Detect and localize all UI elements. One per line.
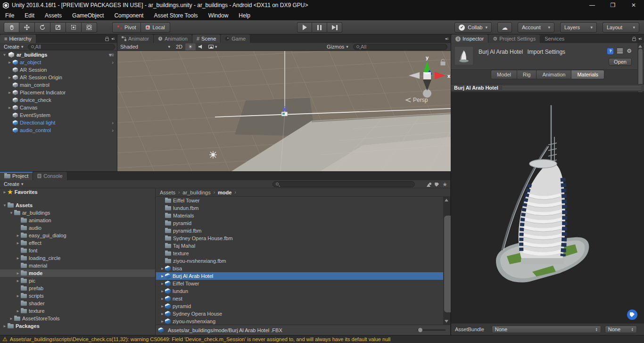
tab-project-settings[interactable]: ⚙ Project Settings [488,34,540,43]
hierarchy-item-directional-light[interactable]: Directional light › [0,119,117,126]
pane-menu-icon[interactable]: ▾≡ [111,37,115,41]
expand-closed-icon[interactable]: ► [160,267,165,271]
expand-closed-icon[interactable]: ► [15,241,21,245]
tree-item-audio[interactable]: audio [0,224,155,232]
hierarchy-item-ar-session[interactable]: AR Session [0,66,117,74]
model-preview[interactable] [451,92,644,323]
tree-item-favorites[interactable]: ► ★ Favorites [0,188,155,196]
expand-closed-icon[interactable]: ► [15,279,21,283]
console-status-bar[interactable]: ⚠ Assets\ar_buildings\scripts\Device_che… [0,335,644,343]
help-icon[interactable]: ? [607,48,613,54]
thumbnail-size-slider[interactable] [417,329,446,331]
2d-toggle-button[interactable]: 2D [173,43,185,50]
prefab-arrow-icon[interactable]: › [112,127,117,133]
file-item-selected[interactable]: ► Burj Al Arab Hotel [156,272,443,280]
project-search-input[interactable] [272,181,415,187]
scroll-down-icon[interactable] [445,320,448,323]
breadcrumb-ar-buildings[interactable]: ar_buildings [182,190,210,195]
collab-dropdown[interactable]: ✔ Collab ▾ [454,22,492,33]
hierarchy-create-button[interactable]: Create ▾ [2,44,25,50]
file-item[interactable]: pyramid.fbm [156,227,443,234]
pane-menu-icon[interactable]: ▾≡ [445,37,448,41]
tree-item-effect[interactable]: ► effect [0,239,155,247]
tree-item-texture[interactable]: ► texture [0,307,155,315]
tree-item-assets[interactable]: ▼ Assets [0,201,155,209]
sun-gizmo[interactable] [209,151,217,159]
expand-open-icon[interactable]: ▼ [1,53,8,57]
file-item[interactable]: Materials [156,212,443,219]
tree-item-mode[interactable]: ► mode [0,269,155,277]
file-item[interactable]: Taj Mahal [156,242,443,250]
expand-closed-icon[interactable]: ► [160,297,165,301]
expand-open-icon[interactable]: ▼ [2,203,8,208]
menu-help[interactable]: Help [233,10,256,20]
tab-project[interactable]: Project [0,172,33,180]
tab-materials[interactable]: Materials [571,70,604,79]
menu-file[interactable]: File [0,10,19,20]
expand-closed-icon[interactable]: ► [160,274,165,278]
tab-rig[interactable]: Rig [517,70,537,79]
pivot-toggle-button[interactable]: Pivot [112,22,141,33]
scene-search-input[interactable]: All [353,44,447,50]
expand-closed-icon[interactable]: ► [2,190,8,194]
file-list-scrollbar[interactable] [443,197,450,325]
hierarchy-item-eventsystem[interactable]: EventSystem [0,111,117,119]
expand-closed-icon[interactable]: ► [15,234,21,238]
tab-animation[interactable]: Animation [154,34,192,43]
expand-closed-icon[interactable]: ► [15,309,21,313]
scale-tool-button[interactable] [50,22,66,33]
slider-knob[interactable] [418,328,422,332]
rotate-tool-button[interactable] [35,22,50,33]
cloud-button[interactable]: ☁ [497,22,512,33]
tree-item-animation[interactable]: animation [0,217,155,224]
tree-item-ar-buildings[interactable]: ▼ ar_buildings [0,209,155,217]
hierarchy-item-canvas[interactable]: ► Canvas [0,104,117,111]
file-item[interactable]: ► pyramid [156,302,443,310]
search-by-label-icon[interactable] [435,183,439,187]
menu-window[interactable]: Window [203,10,234,20]
expand-closed-icon[interactable]: ► [7,75,13,80]
tree-item-scripts[interactable]: ► scripts [0,292,155,300]
local-toggle-button[interactable]: Local [141,22,170,33]
effects-dropdown-button[interactable]: ▾ [206,43,220,50]
presets-icon[interactable] [617,49,623,53]
expand-closed-icon[interactable]: ► [7,106,13,110]
preview-header[interactable]: Burj Al Arab Hotel [451,84,644,92]
step-button[interactable] [327,22,342,33]
prefab-arrow-icon[interactable]: › [112,120,117,125]
assetbundle-variant-dropdown[interactable]: None ▲▼ [605,326,637,333]
hierarchy-item-audio-control[interactable]: audio_control › [0,126,117,134]
tree-item-font[interactable]: font [0,247,155,254]
scroll-up-icon[interactable] [445,199,448,201]
tree-item-assetstoretools[interactable]: ► AssetStoreTools [0,315,155,322]
shading-mode-dropdown[interactable]: Shaded ▾ [117,44,173,50]
hand-tool-button[interactable] [4,22,19,33]
tab-hierarchy[interactable]: ≡ Hierarchy [0,34,36,43]
search-by-type-icon[interactable] [427,183,431,187]
tab-animation-import[interactable]: Animation [537,70,571,79]
tab-inspector[interactable]: i Inspector [451,34,488,43]
transform-tool-button[interactable] [82,22,97,33]
tree-item-pic[interactable]: ► pic [0,277,155,284]
expand-closed-icon[interactable]: ► [160,282,165,286]
menu-gameobject[interactable]: GameObject [67,10,109,20]
file-item[interactable]: Eiffel Tower [156,197,443,204]
layers-dropdown[interactable]: Layers ▾ [560,22,597,33]
audio-toggle-button[interactable] [196,43,206,50]
selected-object-gizmo[interactable] [281,112,288,116]
breadcrumb-mode[interactable]: mode [218,190,231,195]
favorites-filter-icon[interactable]: ★ [442,181,447,188]
project-create-button[interactable]: Create ▾ [2,181,25,187]
gear-icon[interactable]: ⚙ [627,48,632,54]
pause-button[interactable] [312,22,327,33]
file-item[interactable]: ► lundun [156,287,443,295]
file-item[interactable]: texture [156,250,443,257]
layout-dropdown[interactable]: Layout ▾ [603,22,639,33]
file-item[interactable]: ► ziyou-nvshenxiang [156,318,443,325]
expand-closed-icon[interactable]: ► [7,91,13,95]
scene-header-row[interactable]: ▼ ar_buildings ▾≡ [0,51,117,59]
menu-assets[interactable]: Assets [40,10,67,20]
gizmos-dropdown[interactable]: Gizmos ▾ [324,44,351,50]
hierarchy-item-placement-indicator[interactable]: ► Placement Indicator [0,89,117,96]
assetbundle-dropdown[interactable]: None ▲▼ [492,326,601,333]
